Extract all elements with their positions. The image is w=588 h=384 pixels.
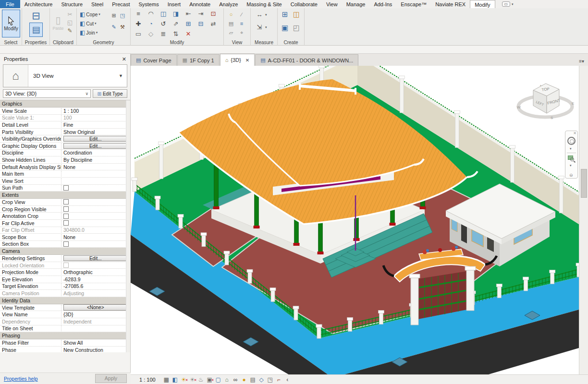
create-parts-icon[interactable]: ◰ [292, 24, 301, 32]
linework-icon[interactable]: ∕ [238, 11, 245, 18]
shadows-icon[interactable]: ☀✕ [188, 376, 196, 384]
rotate-icon[interactable]: ↺ [159, 20, 167, 28]
sun-path-icon[interactable]: ☀✕ [180, 376, 188, 384]
property-value[interactable]: New Construction [61, 347, 130, 352]
section-icon[interactable]: ⌖ [238, 29, 245, 36]
properties-scrollbar[interactable] [126, 100, 130, 352]
temporary-view-properties-icon[interactable]: ▤ [249, 376, 257, 384]
section-header-identity-data[interactable]: Identity Data« [0, 297, 130, 304]
panel-label[interactable]: Measure [251, 40, 277, 45]
property-value[interactable]: 1 : 100 [61, 108, 130, 114]
detail-level-icon[interactable]: ▦ [162, 376, 171, 384]
crop-region-icon[interactable]: ▢ [214, 376, 222, 384]
displacement-sets-icon[interactable]: ◳ [266, 376, 274, 384]
windows-icon[interactable]: ⊟ [30, 10, 42, 22]
panel-label[interactable]: Properties [22, 40, 49, 45]
pin-icon[interactable]: ⊡ [209, 10, 217, 18]
delete-icon[interactable]: ✕ [184, 30, 192, 38]
properties-toggle-button[interactable]: ▤ [29, 23, 43, 37]
cut-button[interactable]: ◧Cut▾ [80, 20, 96, 27]
ribbon-tab-view[interactable]: View [322, 0, 342, 8]
ribbon-tab-structure[interactable]: Structure [57, 0, 87, 8]
chevron-down-icon[interactable]: ▾ [265, 13, 267, 17]
measure-angle-icon[interactable]: ⇲ [256, 24, 263, 31]
visual-style-icon[interactable]: ◧ [171, 376, 179, 384]
property-value[interactable]: None [61, 234, 130, 240]
view-tab-2[interactable]: ▦1F Copy 1 [177, 54, 220, 66]
ribbon-tab-analyze[interactable]: Analyze [215, 0, 242, 8]
match-properties-icon[interactable]: ✎ [66, 27, 74, 35]
ribbon-tab-steel[interactable]: Steel [87, 0, 108, 8]
ribbon-tab-architecture[interactable]: Architecture [20, 0, 57, 8]
mirror-axis-icon[interactable]: ◫ [159, 10, 167, 18]
property-value[interactable]: Adjusting [61, 290, 130, 296]
property-value[interactable]: 100 [61, 115, 130, 120]
properties-help-link[interactable]: Properties help [4, 376, 38, 382]
section-header-extents[interactable]: Extents« [0, 192, 130, 199]
cut-icon[interactable]: ✂ [66, 11, 74, 18]
offset-copy-icon[interactable]: ⇅ [172, 30, 180, 38]
property-value[interactable]: {3D} [61, 312, 130, 317]
checkbox[interactable] [63, 241, 69, 247]
edit-button[interactable]: Edit... [63, 136, 127, 142]
checkbox[interactable] [63, 214, 69, 219]
join-button[interactable]: ◧Join▾ [80, 29, 98, 36]
extend-icon[interactable]: ⇗ [172, 20, 180, 28]
split-icon[interactable]: ⇤ [184, 10, 192, 18]
wall-joins-icon[interactable]: ⊞ [110, 12, 117, 19]
edit-button[interactable]: Edit... [63, 143, 127, 149]
group-icon[interactable]: ⊟ [197, 20, 205, 28]
panel-label[interactable]: Create [278, 40, 304, 45]
reveal-constraints-icon[interactable]: ⌐ [275, 376, 283, 384]
scrollbar-thumb[interactable] [581, 169, 587, 198]
close-icon[interactable]: ✕ [245, 58, 249, 63]
ribbon-tab-collaborate[interactable]: Collaborate [286, 0, 322, 8]
ribbon-tab-massing-site[interactable]: Massing & Site [242, 0, 286, 8]
view-cube[interactable]: W E S N TOP LEFT FRONT [515, 77, 577, 130]
ribbon-tab-annotate[interactable]: Annotate [185, 0, 215, 8]
property-value[interactable]: Show Original [61, 129, 130, 135]
ribbon-tab-naviate-rex[interactable]: Naviate REX [431, 0, 470, 8]
chevron-down-icon[interactable]: ▼ [119, 73, 127, 78]
graphics-icon[interactable]: ▤ [228, 20, 234, 27]
property-value[interactable]: Fine [61, 122, 130, 128]
panel-label[interactable]: Modify [131, 40, 223, 45]
ribbon-tab-systems[interactable]: Systems [134, 0, 163, 8]
offset-icon[interactable]: ◠ [147, 10, 155, 18]
edit-button[interactable]: <None> [63, 304, 127, 311]
temporary-hide-isolate-icon[interactable]: ∞ [232, 376, 240, 384]
collapse-icon[interactable]: ⊖ [569, 173, 573, 178]
drawing-area[interactable]: W E S N TOP LEFT FRONT ✕ ▾ ▾ ⊖ [131, 66, 579, 374]
paint-icon[interactable]: ✎ [110, 24, 117, 30]
tab-list-menu-icon[interactable]: ≡▾ [579, 59, 588, 66]
demolish-icon[interactable]: ⚒ [119, 24, 126, 30]
hidden-lines-icon[interactable]: ≡ [238, 20, 245, 27]
copy-clipboard-icon[interactable]: ◱ [66, 19, 74, 26]
swap-icon[interactable]: ⇄ [209, 20, 217, 28]
property-value[interactable]: Coordination [61, 150, 130, 156]
section-header-phasing[interactable]: Phasing« [0, 332, 130, 339]
move-icon[interactable]: ✚ [135, 20, 142, 28]
ribbon-tab-precast[interactable]: Precast [108, 0, 134, 8]
chevron-down-icon[interactable]: ▾ [265, 25, 267, 29]
mirror-pick-icon[interactable]: ◨ [172, 10, 180, 18]
region-icon[interactable]: ◇ [147, 30, 155, 38]
property-value[interactable]: -6283.9 [61, 276, 130, 282]
modify-button[interactable]: Modify [2, 10, 20, 37]
cutaway-icon[interactable]: ▱ [228, 29, 234, 36]
ribbon-tab-modify[interactable]: Modify [470, 0, 495, 8]
checkbox[interactable] [63, 206, 69, 212]
section-header-graphics[interactable]: Graphics« [0, 100, 130, 108]
checkbox[interactable] [63, 220, 69, 226]
reveal-hidden-elements-icon[interactable]: ● [240, 376, 248, 384]
panel-label[interactable]: Geometry [77, 40, 130, 45]
ribbon-tab-insert[interactable]: Insert [163, 0, 185, 8]
property-value[interactable]: Orthographic [61, 269, 130, 275]
rendering-dialog-icon[interactable]: ♨ [197, 376, 205, 384]
viewport-scrollbar[interactable] [579, 66, 588, 374]
type-selector[interactable]: ⌂ 3D View ▼ [3, 64, 127, 87]
property-value[interactable]: Independent [61, 319, 130, 324]
close-icon[interactable]: ✕ [573, 131, 576, 135]
crop-view-icon[interactable]: ▣✕ [206, 376, 214, 384]
create-assembly-icon[interactable]: ▣ [281, 24, 289, 32]
